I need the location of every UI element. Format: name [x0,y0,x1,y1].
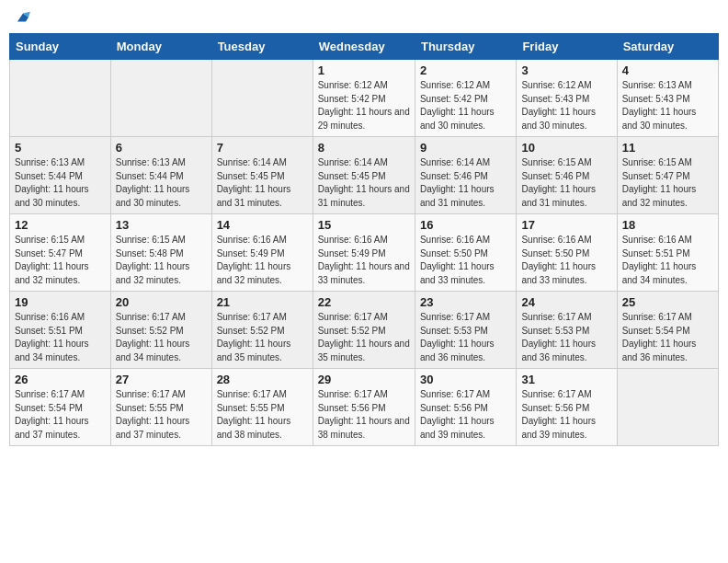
day-info: Sunrise: 6:14 AM Sunset: 5:46 PM Dayligh… [420,156,511,210]
calendar-day-cell: 19Sunrise: 6:16 AM Sunset: 5:51 PM Dayli… [10,292,111,369]
day-info: Sunrise: 6:14 AM Sunset: 5:45 PM Dayligh… [318,156,410,210]
day-info: Sunrise: 6:17 AM Sunset: 5:52 PM Dayligh… [318,311,410,364]
day-info: Sunrise: 6:17 AM Sunset: 5:56 PM Dayligh… [521,388,611,442]
day-number: 10 [521,141,611,155]
calendar-day-header: Sunday [10,34,111,60]
day-number: 18 [622,218,713,232]
day-number: 11 [622,141,713,155]
calendar-day-cell: 22Sunrise: 6:17 AM Sunset: 5:52 PM Dayli… [313,292,415,369]
calendar-week-row: 1Sunrise: 6:12 AM Sunset: 5:42 PM Daylig… [10,60,719,137]
day-info: Sunrise: 6:16 AM Sunset: 5:51 PM Dayligh… [15,311,106,364]
calendar-day-cell: 10Sunrise: 6:15 AM Sunset: 5:46 PM Dayli… [517,137,617,214]
day-info: Sunrise: 6:16 AM Sunset: 5:50 PM Dayligh… [420,234,511,287]
calendar-day-cell [211,60,313,137]
calendar-day-cell: 25Sunrise: 6:17 AM Sunset: 5:54 PM Dayli… [617,292,718,369]
calendar-day-cell [10,60,111,137]
calendar-day-cell: 11Sunrise: 6:15 AM Sunset: 5:47 PM Dayli… [617,137,718,214]
day-number: 29 [318,373,410,386]
calendar-day-cell: 27Sunrise: 6:17 AM Sunset: 5:55 PM Dayli… [110,369,211,446]
day-info: Sunrise: 6:15 AM Sunset: 5:47 PM Dayligh… [15,234,106,287]
calendar-day-cell: 2Sunrise: 6:12 AM Sunset: 5:42 PM Daylig… [415,60,516,137]
calendar-day-cell: 12Sunrise: 6:15 AM Sunset: 5:47 PM Dayli… [10,214,111,292]
day-info: Sunrise: 6:13 AM Sunset: 5:43 PM Dayligh… [622,79,713,132]
logo [13,9,31,26]
day-info: Sunrise: 6:17 AM Sunset: 5:56 PM Dayligh… [318,388,410,442]
day-number: 7 [217,141,308,155]
day-number: 9 [420,141,511,155]
day-number: 31 [521,373,611,386]
calendar-week-row: 19Sunrise: 6:16 AM Sunset: 5:51 PM Dayli… [10,292,719,369]
day-number: 13 [116,218,207,232]
day-number: 23 [420,295,511,309]
day-info: Sunrise: 6:17 AM Sunset: 5:53 PM Dayligh… [521,311,611,364]
calendar-day-cell: 5Sunrise: 6:13 AM Sunset: 5:44 PM Daylig… [10,137,111,214]
calendar-table: SundayMondayTuesdayWednesdayThursdayFrid… [9,33,719,446]
calendar-day-cell: 31Sunrise: 6:17 AM Sunset: 5:56 PM Dayli… [517,369,617,446]
calendar-day-cell: 14Sunrise: 6:16 AM Sunset: 5:49 PM Dayli… [211,214,313,292]
calendar-day-cell: 13Sunrise: 6:15 AM Sunset: 5:48 PM Dayli… [110,214,211,292]
day-number: 17 [521,218,611,232]
day-number: 14 [217,218,308,232]
calendar-day-cell [110,60,211,137]
day-number: 20 [116,295,207,309]
day-number: 30 [420,373,511,386]
calendar-day-cell: 15Sunrise: 6:16 AM Sunset: 5:49 PM Dayli… [313,214,415,292]
day-info: Sunrise: 6:17 AM Sunset: 5:53 PM Dayligh… [420,311,511,364]
calendar-day-cell: 16Sunrise: 6:16 AM Sunset: 5:50 PM Dayli… [415,214,516,292]
calendar-day-header: Monday [110,34,211,60]
day-info: Sunrise: 6:14 AM Sunset: 5:45 PM Dayligh… [217,156,308,210]
day-number: 24 [521,295,611,309]
day-number: 21 [217,295,308,309]
day-info: Sunrise: 6:12 AM Sunset: 5:43 PM Dayligh… [521,79,611,132]
calendar-day-cell: 17Sunrise: 6:16 AM Sunset: 5:50 PM Dayli… [517,214,617,292]
day-info: Sunrise: 6:17 AM Sunset: 5:56 PM Dayligh… [420,388,511,442]
calendar-day-cell: 1Sunrise: 6:12 AM Sunset: 5:42 PM Daylig… [313,60,415,137]
calendar-header-row: SundayMondayTuesdayWednesdayThursdayFrid… [10,34,719,60]
calendar-day-cell: 7Sunrise: 6:14 AM Sunset: 5:45 PM Daylig… [211,137,313,214]
day-number: 8 [318,141,410,155]
day-number: 19 [15,295,106,309]
day-info: Sunrise: 6:13 AM Sunset: 5:44 PM Dayligh… [116,156,207,210]
day-number: 22 [318,295,410,309]
day-number: 28 [217,373,308,386]
calendar-day-cell: 4Sunrise: 6:13 AM Sunset: 5:43 PM Daylig… [617,60,718,137]
calendar-day-cell: 24Sunrise: 6:17 AM Sunset: 5:53 PM Dayli… [517,292,617,369]
calendar-day-header: Saturday [617,34,718,60]
day-info: Sunrise: 6:17 AM Sunset: 5:54 PM Dayligh… [622,311,713,364]
day-number: 5 [15,141,106,155]
day-number: 15 [318,218,410,232]
day-info: Sunrise: 6:15 AM Sunset: 5:47 PM Dayligh… [622,156,713,210]
calendar-day-cell: 18Sunrise: 6:16 AM Sunset: 5:51 PM Dayli… [617,214,718,292]
day-number: 3 [521,63,611,77]
calendar-day-header: Thursday [415,34,516,60]
calendar-week-row: 5Sunrise: 6:13 AM Sunset: 5:44 PM Daylig… [10,137,719,214]
calendar-day-cell: 20Sunrise: 6:17 AM Sunset: 5:52 PM Dayli… [110,292,211,369]
calendar-day-header: Tuesday [211,34,313,60]
day-info: Sunrise: 6:16 AM Sunset: 5:49 PM Dayligh… [318,234,410,287]
day-info: Sunrise: 6:17 AM Sunset: 5:52 PM Dayligh… [116,311,207,364]
calendar-day-cell: 29Sunrise: 6:17 AM Sunset: 5:56 PM Dayli… [313,369,415,446]
calendar-week-row: 26Sunrise: 6:17 AM Sunset: 5:54 PM Dayli… [10,369,719,446]
calendar-day-cell: 3Sunrise: 6:12 AM Sunset: 5:43 PM Daylig… [517,60,617,137]
day-info: Sunrise: 6:16 AM Sunset: 5:51 PM Dayligh… [622,234,713,287]
day-number: 27 [116,373,207,386]
calendar-day-cell: 26Sunrise: 6:17 AM Sunset: 5:54 PM Dayli… [10,369,111,446]
day-info: Sunrise: 6:15 AM Sunset: 5:46 PM Dayligh… [521,156,611,210]
day-info: Sunrise: 6:16 AM Sunset: 5:50 PM Dayligh… [521,234,611,287]
day-info: Sunrise: 6:16 AM Sunset: 5:49 PM Dayligh… [217,234,308,287]
calendar-day-cell: 9Sunrise: 6:14 AM Sunset: 5:46 PM Daylig… [415,137,516,214]
calendar-day-cell: 21Sunrise: 6:17 AM Sunset: 5:52 PM Dayli… [211,292,313,369]
calendar-week-row: 12Sunrise: 6:15 AM Sunset: 5:47 PM Dayli… [10,214,719,292]
day-number: 4 [622,63,713,77]
day-info: Sunrise: 6:12 AM Sunset: 5:42 PM Dayligh… [420,79,511,132]
calendar-day-cell: 28Sunrise: 6:17 AM Sunset: 5:55 PM Dayli… [211,369,313,446]
calendar-day-cell: 6Sunrise: 6:13 AM Sunset: 5:44 PM Daylig… [110,137,211,214]
day-number: 2 [420,63,511,77]
day-info: Sunrise: 6:13 AM Sunset: 5:44 PM Dayligh… [15,156,106,210]
calendar-day-cell: 23Sunrise: 6:17 AM Sunset: 5:53 PM Dayli… [415,292,516,369]
day-info: Sunrise: 6:17 AM Sunset: 5:55 PM Dayligh… [217,388,308,442]
page-header [9,9,719,26]
calendar-day-cell: 8Sunrise: 6:14 AM Sunset: 5:45 PM Daylig… [313,137,415,214]
day-info: Sunrise: 6:17 AM Sunset: 5:52 PM Dayligh… [217,311,308,364]
day-info: Sunrise: 6:15 AM Sunset: 5:48 PM Dayligh… [116,234,207,287]
